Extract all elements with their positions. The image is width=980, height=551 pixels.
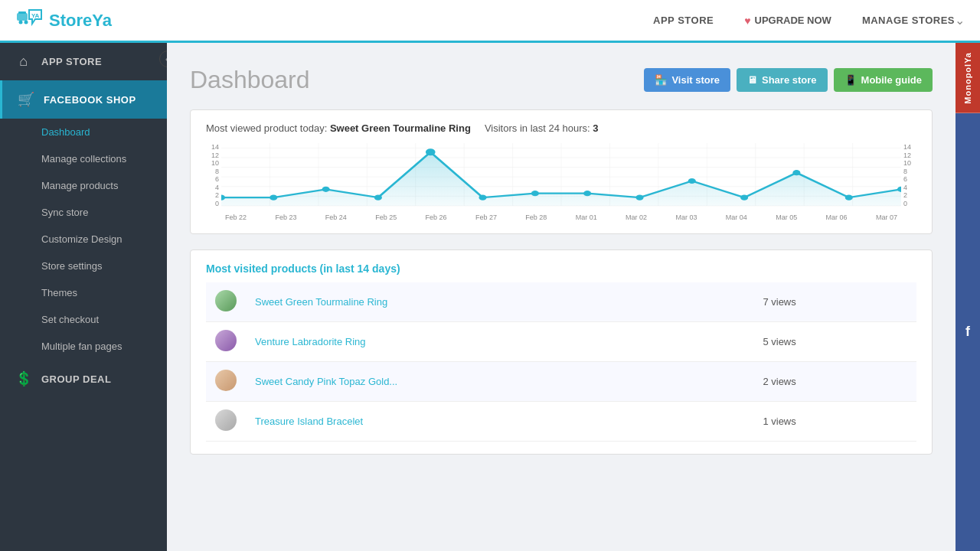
upgrade-label: UPGRADE NOW	[755, 15, 831, 26]
mobile-guide-icon: 📱	[844, 74, 857, 86]
svg-point-34	[635, 195, 643, 201]
svg-point-38	[845, 195, 853, 201]
views-cell: 1 views	[753, 402, 916, 442]
app-store-icon: ⌂	[15, 54, 32, 70]
chart-wrapper: 14121086420	[206, 143, 916, 221]
main-layout: « ⌂ APP STORE 🛒 FACEBOOK SHOP Dashboard …	[0, 43, 980, 551]
content-area: Dashboard 🏪 Visit store 🖥 Share store 📱 …	[167, 43, 956, 551]
visit-store-icon: 🏪	[655, 74, 667, 86]
nav-upgrade[interactable]: ♥ UPGRADE NOW	[744, 15, 831, 27]
svg-point-31	[479, 195, 486, 201]
y-axis-right: 14121086420	[901, 143, 916, 221]
product-link[interactable]: Sweet Candy Pink Topaz Gold...	[255, 376, 397, 387]
page-title: Dashboard	[190, 66, 310, 94]
chart-header: Most viewed product today: Sweet Green T…	[206, 122, 916, 134]
logo-text: StoreYa	[49, 11, 112, 31]
views-cell: 5 views	[753, 322, 916, 362]
sidebar-item-dashboard[interactable]: Dashboard	[0, 119, 167, 145]
product-link[interactable]: Treasure Island Bracelet	[255, 416, 363, 427]
facebook-tab[interactable]: f	[956, 113, 980, 551]
svg-point-27	[270, 195, 277, 201]
facebook-shop-icon: 🛒	[18, 91, 34, 108]
header-buttons: 🏪 Visit store 🖥 Share store 📱 Mobile gui…	[644, 68, 933, 92]
nav-manage-stores[interactable]: MANAGE STORES	[862, 15, 955, 26]
table-row: Sweet Candy Pink Topaz Gold... 2 views	[206, 362, 916, 402]
sidebar-item-manage-collections[interactable]: Manage collections	[0, 145, 167, 172]
nav-app-store[interactable]: APP STORE	[653, 15, 714, 26]
table-row: Sweet Green Tourmaline Ring 7 views	[206, 282, 916, 322]
products-card: Most visited products (in last 14 days) …	[190, 249, 933, 455]
logo-icon: YA	[15, 7, 43, 34]
product-thumbnail	[215, 330, 237, 351]
chart-card: Most viewed product today: Sweet Green T…	[190, 109, 933, 234]
products-section-title: Most visited products (in last 14 days)	[206, 262, 916, 275]
products-table: Sweet Green Tourmaline Ring 7 views Vent…	[206, 282, 916, 442]
svg-point-30	[426, 148, 436, 155]
x-labels: Feb 22Feb 23Feb 24Feb 25Feb 26Feb 27Feb …	[221, 214, 901, 221]
svg-text:YA: YA	[31, 12, 40, 19]
views-cell: 7 views	[753, 282, 916, 322]
monopolya-tab[interactable]: MonopolYa	[956, 43, 980, 113]
logo: YA StoreYa	[15, 7, 653, 34]
sidebar-item-facebook-shop[interactable]: 🛒 FACEBOOK SHOP	[0, 80, 167, 119]
product-thumbnail	[215, 409, 237, 431]
sidebar: « ⌂ APP STORE 🛒 FACEBOOK SHOP Dashboard …	[0, 43, 167, 551]
share-store-icon: 🖥	[747, 74, 757, 86]
sidebar-item-themes[interactable]: Themes	[0, 279, 167, 306]
product-thumbnail	[215, 370, 237, 391]
sidebar-app-store-label: APP STORE	[41, 56, 102, 67]
dashboard-header: Dashboard 🏪 Visit store 🖥 Share store 📱 …	[190, 66, 933, 94]
sidebar-item-manage-products[interactable]: Manage products	[0, 172, 167, 199]
sidebar-group-deal-label: GROUP DEAL	[41, 373, 111, 385]
nav-chevron-icon[interactable]: ⌄	[955, 13, 965, 28]
svg-point-2	[19, 20, 23, 24]
right-panel: MonopolYa f	[956, 43, 980, 551]
svg-point-28	[322, 187, 330, 192]
top-nav: YA StoreYa APP STORE ♥ UPGRADE NOW MANAG…	[0, 0, 980, 43]
svg-point-3	[24, 20, 28, 24]
y-axis-left: 14121086420	[206, 143, 221, 221]
sidebar-item-group-deal[interactable]: 💲 GROUP DEAL	[0, 360, 167, 398]
most-viewed-product: Sweet Green Tourmaline Ring	[330, 122, 471, 134]
top-nav-links: APP STORE ♥ UPGRADE NOW MANAGE STORES	[653, 15, 955, 27]
svg-point-32	[531, 191, 539, 196]
svg-point-36	[740, 195, 748, 201]
svg-rect-1	[18, 11, 26, 14]
svg-point-33	[583, 191, 591, 196]
svg-rect-0	[17, 13, 28, 21]
svg-point-35	[688, 178, 696, 184]
group-deal-icon: 💲	[15, 370, 32, 387]
svg-point-37	[792, 170, 800, 175]
product-link[interactable]: Sweet Green Tourmaline Ring	[255, 296, 387, 308]
share-store-button[interactable]: 🖥 Share store	[737, 68, 828, 92]
product-link[interactable]: Venture Labradorite Ring	[255, 336, 366, 347]
visitors-count: 3	[593, 122, 598, 134]
sidebar-item-sync-store[interactable]: Sync store	[0, 199, 167, 226]
sidebar-item-set-checkout[interactable]: Set checkout	[0, 306, 167, 333]
sidebar-sub-items: Dashboard Manage collections Manage prod…	[0, 119, 167, 360]
mobile-guide-button[interactable]: 📱 Mobile guide	[834, 68, 933, 92]
table-row: Venture Labradorite Ring 5 views	[206, 322, 916, 362]
sidebar-item-customize-design[interactable]: Customize Design	[0, 226, 167, 253]
product-thumbnail	[215, 290, 237, 311]
line-chart-svg	[221, 143, 901, 212]
sidebar-facebook-shop-label: FACEBOOK SHOP	[44, 94, 136, 106]
sidebar-item-multiple-fan-pages[interactable]: Multiple fan pages	[0, 333, 167, 360]
heart-icon: ♥	[744, 15, 750, 27]
visit-store-button[interactable]: 🏪 Visit store	[644, 68, 730, 92]
sidebar-item-app-store[interactable]: ⌂ APP STORE	[0, 43, 167, 80]
chart-inner: Feb 22Feb 23Feb 24Feb 25Feb 26Feb 27Feb …	[221, 143, 901, 221]
table-row: Treasure Island Bracelet 1 views	[206, 402, 916, 442]
svg-point-29	[374, 195, 382, 201]
sidebar-item-store-settings[interactable]: Store settings	[0, 253, 167, 279]
views-cell: 2 views	[753, 362, 916, 402]
